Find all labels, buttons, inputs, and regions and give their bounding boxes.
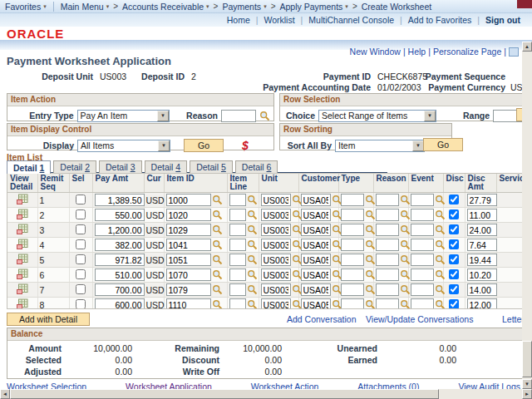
lookup-icon[interactable] [400, 269, 411, 280]
personalize-page-link[interactable]: Personalize Page [433, 47, 501, 57]
more-pages-icon[interactable] [509, 47, 519, 57]
type-input[interactable] [341, 298, 364, 309]
vertical-scrollbar[interactable]: ▲ ▼ [522, 42, 532, 389]
unit-input[interactable] [261, 298, 291, 309]
select-checkbox[interactable] [76, 239, 86, 249]
view-detail-icon[interactable] [17, 194, 28, 204]
lookup-icon[interactable] [247, 284, 258, 295]
disc-checkbox[interactable] [449, 269, 459, 279]
display-select[interactable]: All Items ▼ [77, 140, 170, 152]
select-checkbox[interactable] [76, 269, 86, 279]
lookup-icon[interactable] [435, 299, 446, 309]
tab-detail-6[interactable]: Detail 6 [235, 160, 278, 173]
view-update-conversations-link[interactable]: View/Update Conversations [366, 314, 473, 324]
select-checkbox[interactable] [76, 299, 86, 309]
item-id-input[interactable] [166, 239, 211, 251]
currency-refresh-icon[interactable]: $ [242, 139, 249, 152]
item-line-input[interactable] [229, 254, 246, 266]
lookup-icon[interactable] [400, 239, 411, 250]
lookup-icon[interactable] [247, 209, 258, 220]
lookup-icon[interactable] [435, 284, 446, 295]
view-detail-icon[interactable] [17, 268, 28, 279]
event-input[interactable] [411, 283, 434, 296]
disc-checkbox[interactable] [449, 209, 459, 219]
disc-amt-input[interactable] [467, 298, 497, 309]
customer-input[interactable] [301, 194, 331, 206]
type-input[interactable] [341, 283, 364, 296]
view-detail-icon[interactable] [17, 224, 28, 234]
tab-detail-4[interactable]: Detail 4 [145, 160, 188, 173]
lookup-icon[interactable] [212, 299, 223, 309]
pay-amt-input[interactable] [95, 283, 145, 296]
item-id-input[interactable] [166, 209, 211, 221]
pay-amt-input[interactable] [95, 239, 145, 251]
disc-amt-input[interactable] [467, 268, 497, 281]
disc-checkbox[interactable] [449, 239, 459, 249]
pay-amt-input[interactable] [95, 254, 145, 266]
lookup-icon[interactable] [212, 224, 223, 235]
customer-input[interactable] [301, 268, 331, 281]
reason-input[interactable] [376, 224, 399, 236]
breadcrumb-apply-payments[interactable]: Apply Payments ▾ [279, 2, 347, 12]
reason-input[interactable] [376, 194, 399, 206]
lookup-icon[interactable] [365, 209, 376, 220]
item-line-input[interactable] [229, 209, 246, 221]
unit-input[interactable] [261, 194, 291, 206]
select-checkbox[interactable] [76, 224, 86, 234]
customer-input[interactable] [301, 224, 331, 236]
lookup-icon[interactable] [365, 254, 376, 265]
lookup-icon[interactable] [212, 269, 223, 280]
home-link[interactable]: Home [227, 15, 250, 25]
customer-input[interactable] [301, 254, 331, 266]
item-id-input[interactable] [166, 194, 211, 206]
add-conversation-link[interactable]: Add Conversation [287, 314, 356, 324]
event-input[interactable] [411, 239, 434, 251]
disc-checkbox[interactable] [449, 299, 459, 309]
add-to-favorites-link[interactable]: Add to Favorites [408, 15, 471, 25]
view-detail-icon[interactable] [17, 283, 28, 294]
pay-amt-input[interactable] [95, 209, 145, 221]
lookup-icon[interactable] [400, 299, 411, 309]
unit-input[interactable] [261, 254, 291, 266]
tab-detail-2[interactable]: Detail 2 [53, 160, 96, 173]
new-window-link[interactable]: New Window [350, 47, 401, 57]
breadcrumb-payments[interactable]: Payments ▾ [222, 2, 266, 12]
lookup-icon[interactable] [400, 254, 411, 265]
lookup-icon[interactable] [247, 224, 258, 235]
item-line-input[interactable] [229, 298, 246, 309]
lookup-icon[interactable] [247, 239, 258, 250]
event-input[interactable] [411, 298, 434, 309]
worklist-link[interactable]: Worklist [264, 15, 294, 25]
help-link[interactable]: Help [408, 47, 426, 57]
reason-input[interactable] [376, 268, 399, 281]
lookup-icon[interactable] [400, 224, 411, 235]
disc-amt-input[interactable] [467, 283, 497, 296]
lookup-icon[interactable] [365, 284, 376, 295]
letter-link[interactable]: Letter [502, 314, 525, 324]
view-detail-icon[interactable] [17, 239, 28, 249]
unit-input[interactable] [261, 283, 291, 296]
item-line-input[interactable] [229, 283, 246, 296]
customer-input[interactable] [301, 298, 331, 309]
disc-checkbox[interactable] [449, 224, 459, 234]
disc-amt-input[interactable] [467, 194, 497, 206]
choice-select[interactable]: Select Range of Items ▼ [318, 110, 436, 122]
sort-select[interactable]: Item ▼ [335, 140, 425, 152]
favorites-menu[interactable]: Favorites ▾ [5, 2, 47, 12]
reason-input[interactable] [376, 209, 399, 221]
item-id-input[interactable] [166, 268, 211, 281]
disc-checkbox[interactable] [449, 195, 459, 204]
scroll-down-icon[interactable]: ▼ [522, 379, 532, 389]
lookup-icon[interactable] [435, 195, 446, 205]
disc-checkbox[interactable] [449, 284, 459, 294]
view-detail-icon[interactable] [17, 254, 28, 264]
disc-checkbox[interactable] [449, 254, 459, 264]
event-input[interactable] [411, 209, 434, 221]
horizontal-scrollbar[interactable]: ◄ ► [0, 389, 532, 399]
reason-input[interactable] [376, 254, 399, 266]
pay-amt-input[interactable] [95, 194, 145, 206]
type-input[interactable] [341, 254, 364, 266]
lookup-icon[interactable] [365, 239, 376, 250]
sign-out-link[interactable]: Sign out [485, 15, 520, 25]
disc-amt-input[interactable] [467, 224, 497, 236]
